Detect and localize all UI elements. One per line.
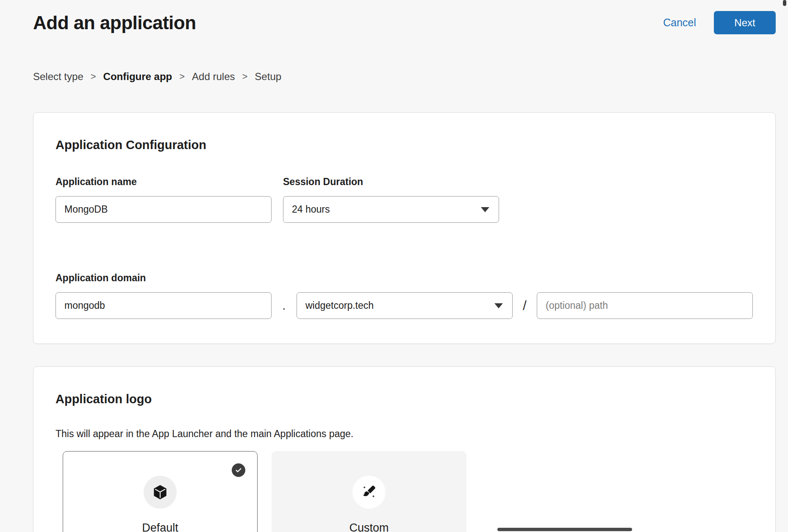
breadcrumb-step-setup: Setup — [255, 71, 281, 83]
application-domain-row: . widgetcorp.tech / — [55, 284, 753, 319]
page-header: Add an application Cancel Next — [0, 0, 788, 34]
domain-dot-separator: . — [272, 299, 297, 313]
domain-select[interactable]: widgetcorp.tech — [297, 292, 513, 319]
page-title: Add an application — [33, 12, 196, 34]
vertical-scrollbar-thumb[interactable] — [783, 0, 786, 6]
breadcrumb-separator: > — [91, 71, 96, 83]
breadcrumb: Select type > Configure app > Add rules … — [33, 71, 788, 83]
header-actions: Cancel Next — [663, 11, 776, 34]
chevron-down-icon — [481, 207, 489, 212]
application-logo-description: This will appear in the App Launcher and… — [55, 428, 753, 440]
application-logo-card: Application logo This will appear in the… — [33, 366, 776, 532]
chevron-down-icon — [494, 303, 503, 308]
next-button[interactable]: Next — [714, 11, 776, 34]
logo-option-custom[interactable]: Custom — [272, 451, 466, 532]
breadcrumb-step-configure-app: Configure app — [103, 71, 172, 83]
default-logo-icon-circle — [144, 476, 177, 509]
application-name-field: Application name — [55, 176, 272, 223]
path-input[interactable] — [537, 292, 753, 319]
cube-icon — [152, 484, 168, 500]
session-duration-field: Session Duration 24 hours — [283, 176, 499, 223]
session-duration-label: Session Duration — [283, 176, 499, 188]
application-domain-field: Application domain . widgetcorp.tech / — [55, 272, 753, 319]
domain-slash-separator: / — [513, 298, 537, 313]
breadcrumb-step-add-rules: Add rules — [192, 71, 235, 83]
application-configuration-title: Application Configuration — [55, 137, 753, 152]
application-domain-label: Application domain — [55, 272, 753, 284]
session-duration-value: 24 hours — [292, 204, 330, 215]
logo-options: Default Custom — [63, 451, 753, 532]
logo-option-custom-label: Custom — [349, 521, 388, 532]
cancel-button[interactable]: Cancel — [663, 17, 696, 29]
application-logo-title: Application logo — [55, 391, 753, 407]
subdomain-input[interactable] — [55, 292, 272, 319]
application-configuration-card: Application Configuration Application na… — [33, 112, 776, 344]
horizontal-scrollbar-thumb[interactable] — [497, 528, 632, 531]
custom-logo-icon-circle — [352, 476, 386, 509]
logo-option-default[interactable]: Default — [63, 451, 258, 532]
application-name-input[interactable] — [55, 196, 272, 223]
add-application-page: Add an application Cancel Next Select ty… — [0, 0, 788, 532]
application-name-label: Application name — [55, 176, 272, 188]
breadcrumb-separator: > — [242, 71, 248, 83]
breadcrumb-separator: > — [179, 71, 185, 83]
name-and-duration-row: Application name Session Duration 24 hou… — [55, 176, 753, 223]
session-duration-select[interactable]: 24 hours — [283, 196, 499, 223]
paintbrush-icon — [361, 484, 377, 500]
selected-check-icon — [232, 463, 245, 477]
domain-select-value: widgetcorp.tech — [305, 300, 374, 311]
logo-option-default-label: Default — [142, 521, 178, 532]
breadcrumb-step-select-type[interactable]: Select type — [33, 71, 83, 83]
